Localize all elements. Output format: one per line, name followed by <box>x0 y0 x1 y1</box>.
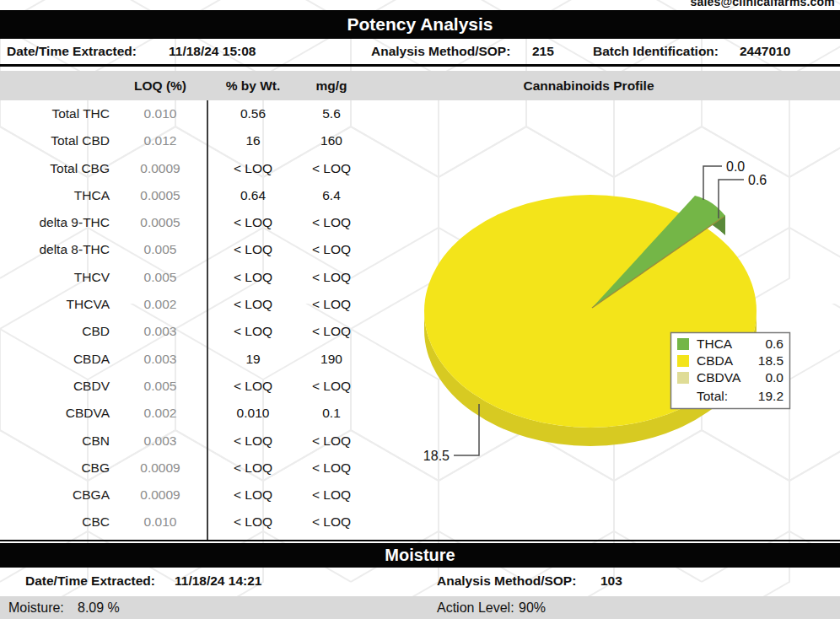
action-level-label: Action Level: <box>437 596 514 619</box>
analyte-name: delta 8-THC <box>0 236 110 263</box>
table-row: CBN0.003< LOQ< LOQ <box>0 428 388 455</box>
analyte-name: Total CBD <box>0 127 110 154</box>
potency-date-value: 11/18/24 15:08 <box>169 39 256 64</box>
analyte-wt: 0.010 <box>211 400 295 427</box>
analyte-mgg: 160 <box>295 127 368 154</box>
table-row: CBGA0.0009< LOQ< LOQ <box>0 482 388 509</box>
analyte-loq: 0.0005 <box>110 209 211 236</box>
divider-line <box>0 64 840 67</box>
analyte-name: Total CBG <box>0 155 110 182</box>
analyte-wt: < LOQ <box>211 264 295 291</box>
analyte-mgg: < LOQ <box>295 318 368 345</box>
callout-label-cbda: 18.5 <box>423 449 450 463</box>
analyte-mgg: < LOQ <box>295 236 368 263</box>
chart-legend: THCA 0.6 CBDA 18.5 CBDVA 0.0 Total: 19.2 <box>671 333 790 409</box>
potency-batch-value: 2447010 <box>740 39 790 64</box>
col-spacer <box>0 71 110 100</box>
col-header-loq: LOQ (%) <box>110 71 211 100</box>
analyte-wt: < LOQ <box>211 482 295 509</box>
moisture-result-value: 8.09 % <box>78 596 120 619</box>
analyte-loq: 0.0009 <box>110 455 211 482</box>
callout-label-cbdva: 0.0 <box>726 159 745 174</box>
analyte-name: THCVA <box>0 291 110 318</box>
analyte-wt: 19 <box>211 346 295 373</box>
table-row: delta 8-THC0.005< LOQ< LOQ <box>0 236 388 263</box>
analyte-loq: 0.003 <box>110 318 211 345</box>
legend-label-thca: THCA <box>697 336 733 351</box>
moisture-result-label: Moisture: <box>8 596 64 619</box>
analyte-mgg: < LOQ <box>295 291 368 318</box>
table-row: CBD0.003< LOQ< LOQ <box>0 318 388 345</box>
analyte-name: Total THC <box>0 100 110 127</box>
analyte-wt: < LOQ <box>211 155 295 182</box>
analyte-mgg: < LOQ <box>295 509 368 536</box>
col-header-mgg: mg/g <box>295 71 368 100</box>
legend-total-label: Total: <box>697 389 728 403</box>
analyte-mgg: 0.1 <box>295 400 368 427</box>
table-row: delta 9-THC0.0005< LOQ< LOQ <box>0 209 388 236</box>
potency-date-label: Date/Time Extracted: <box>7 39 137 64</box>
analyte-loq: 0.0009 <box>110 155 211 182</box>
analyte-name: CBGA <box>0 482 110 509</box>
analyte-mgg: 5.6 <box>295 100 368 127</box>
analyte-name: CBC <box>0 509 110 536</box>
analyte-wt: < LOQ <box>211 291 295 318</box>
table-row: THCA0.00050.646.4 <box>0 182 388 209</box>
analyte-name: THCA <box>0 182 110 209</box>
legend-value-thca: 0.6 <box>765 336 783 351</box>
table-row: CBDA0.00319190 <box>0 346 388 373</box>
analyte-wt: < LOQ <box>211 509 295 536</box>
analyte-name: CBN <box>0 428 110 455</box>
analyte-wt: 0.56 <box>211 100 295 127</box>
moisture-info-row: Date/Time Extracted: 11/18/24 14:21 Anal… <box>0 568 840 595</box>
action-level-value: 90% <box>519 596 546 619</box>
analyte-name: CBDV <box>0 373 110 400</box>
table-column-divider <box>207 100 208 540</box>
analyte-wt: < LOQ <box>211 318 295 345</box>
col-header-wt: % by Wt. <box>211 71 295 100</box>
analyte-mgg: < LOQ <box>295 455 368 482</box>
analyte-loq: 0.005 <box>110 236 211 263</box>
potency-table: Total THC0.0100.565.6 Total CBD0.0121616… <box>0 100 388 536</box>
potency-batch-label: Batch Identification: <box>593 39 719 64</box>
analyte-wt: < LOQ <box>211 373 295 400</box>
analyte-mgg: < LOQ <box>295 373 368 400</box>
analyte-loq: 0.002 <box>110 400 211 427</box>
email-address: sales@clinicalfarms.com <box>565 0 835 8</box>
analyte-loq: 0.003 <box>110 428 211 455</box>
analyte-mgg: < LOQ <box>295 482 368 509</box>
table-row: Total THC0.0100.565.6 <box>0 100 388 127</box>
analyte-mgg: < LOQ <box>295 428 368 455</box>
table-row: Total CBD0.01216160 <box>0 127 388 154</box>
analyte-mgg: < LOQ <box>295 155 368 182</box>
analyte-loq: 0.003 <box>110 346 211 373</box>
analyte-name: THCV <box>0 264 110 291</box>
analyte-loq: 0.012 <box>110 127 211 154</box>
analyte-loq: 0.010 <box>110 509 211 536</box>
legend-total-value: 19.2 <box>758 389 783 403</box>
analyte-name: CBDA <box>0 346 110 373</box>
chart-title: Cannabinoids Profile <box>388 71 789 100</box>
divider-line <box>0 540 840 541</box>
analyte-mgg: 6.4 <box>295 182 368 209</box>
legend-swatch-cbdva <box>677 372 689 384</box>
analyte-loq: 0.0005 <box>110 182 211 209</box>
moisture-date-label: Date/Time Extracted: <box>25 568 155 595</box>
legend-value-cbda: 18.5 <box>758 353 783 368</box>
moisture-method-label: Analysis Method/SOP: <box>437 568 576 595</box>
potency-section-title: Potency Analysis <box>0 10 840 39</box>
analyte-wt: 0.64 <box>211 182 295 209</box>
legend-label-cbda: CBDA <box>697 353 734 368</box>
analyte-name: CBG <box>0 455 110 482</box>
analyte-wt: < LOQ <box>211 236 295 263</box>
table-row: CBDV0.005< LOQ< LOQ <box>0 373 388 400</box>
legend-label-cbdva: CBDVA <box>697 370 741 385</box>
table-row: Total CBG0.0009< LOQ< LOQ <box>0 155 388 182</box>
moisture-section-title: Moisture <box>0 543 840 568</box>
legend-swatch-cbda <box>677 355 689 367</box>
analyte-wt: 16 <box>211 127 295 154</box>
table-row: CBC0.010< LOQ< LOQ <box>0 509 388 536</box>
table-row: THCV0.005< LOQ< LOQ <box>0 264 388 291</box>
moisture-date-value: 11/18/24 14:21 <box>175 568 261 595</box>
legend-value-cbdva: 0.0 <box>765 370 783 385</box>
